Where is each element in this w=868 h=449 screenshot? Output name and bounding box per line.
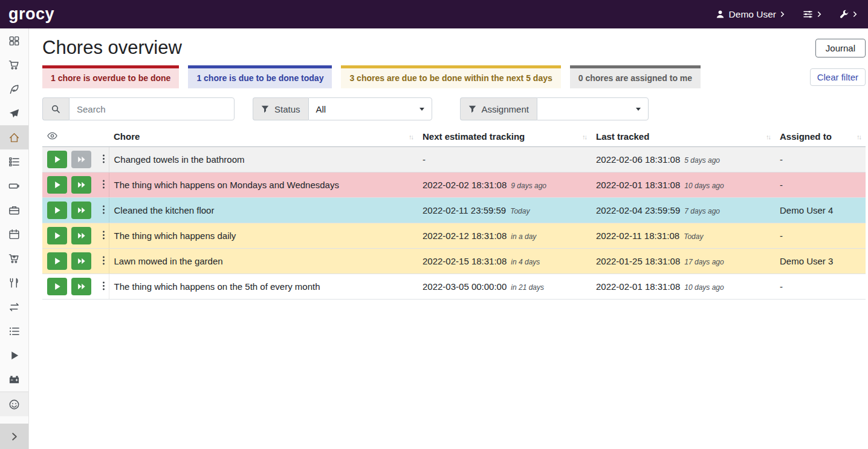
search-input[interactable]	[69, 97, 235, 120]
status-card-due-today[interactable]: 1 chore is due to be done today	[188, 65, 332, 88]
sidebar-item-transfer[interactable]	[0, 295, 28, 319]
sidebar-expand-toggle[interactable]	[0, 424, 28, 449]
assigned-user: Demo User 3	[780, 256, 833, 266]
skip-chore-button[interactable]	[71, 278, 91, 295]
admin-menu[interactable]	[840, 10, 857, 19]
sidebar-item-calendar[interactable]	[0, 222, 28, 246]
assigned-to-cell: Demo User 3	[775, 249, 866, 274]
chore-name-link[interactable]: Cleaned the kitchen floor	[114, 205, 215, 215]
briefcase-icon	[8, 205, 20, 216]
journal-button[interactable]: Journal	[815, 39, 866, 57]
chevron-right-icon	[853, 11, 857, 18]
sidebar-item-battery-tracking[interactable]	[0, 367, 28, 392]
status-card-overdue[interactable]: 1 chore is overdue to be done	[42, 65, 179, 88]
sidebar-item-equipment[interactable]	[0, 198, 28, 222]
sidebar-item-inventory[interactable]	[0, 319, 28, 343]
feather-icon	[8, 84, 20, 95]
chores-table-body: Changed towels in the bathroom - 2022-02…	[42, 147, 866, 300]
play-icon	[54, 257, 61, 265]
last-tracked-relative: 10 days ago	[684, 182, 724, 190]
track-chore-button[interactable]	[47, 176, 67, 194]
chevron-right-icon	[8, 431, 20, 442]
brand-logo[interactable]: grocy	[8, 6, 54, 22]
skip-chore-button[interactable]	[71, 227, 91, 244]
chore-name-link[interactable]: The thing which happens on Mondays and W…	[114, 180, 339, 190]
status-cards-row: 1 chore is overdue to be done 1 chore is…	[42, 65, 866, 88]
chore-name-link[interactable]: The thing which happens daily	[114, 231, 236, 241]
track-chore-button[interactable]	[47, 151, 67, 168]
sidebar-item-purchase[interactable]	[0, 246, 28, 270]
last-tracked-cell: 2022-02-01 18:31:0810 days ago	[591, 274, 775, 300]
fast-forward-icon	[77, 156, 86, 163]
sidebar-item-meal-plan[interactable]	[0, 101, 28, 125]
chevron-right-icon	[780, 11, 785, 18]
fast-forward-icon	[77, 283, 86, 290]
navbar-menu: Demo User	[716, 9, 857, 20]
track-chore-button[interactable]	[47, 227, 67, 244]
chore-name-link[interactable]: Lawn mowed in the garden	[114, 256, 223, 266]
column-header-next-tracking[interactable]: Next estimated tracking↑↓	[418, 126, 591, 147]
next-tracking-time: 2022-02-15 18:31:08	[423, 256, 507, 266]
row-menu-button[interactable]	[99, 254, 108, 269]
sidebar-item-recipes[interactable]	[0, 77, 28, 101]
next-tracking-relative: 9 days ago	[511, 182, 546, 190]
chore-name-link[interactable]: Changed towels in the bathroom	[114, 154, 245, 165]
filter-icon	[261, 105, 269, 113]
vertical-dots-icon	[102, 230, 105, 240]
assigned-user: Demo User 4	[780, 205, 833, 215]
column-header-assigned-to[interactable]: Assigned to↑↓	[775, 126, 866, 147]
status-select[interactable]: All	[308, 97, 432, 120]
skip-chore-button[interactable]	[71, 252, 91, 270]
skip-chore-button[interactable]	[71, 151, 91, 168]
next-tracking-cell: 2022-03-05 00:00:00in 21 days	[418, 274, 591, 300]
row-controls-cell	[42, 223, 109, 249]
sidebar-item-shopping-list[interactable]	[0, 53, 28, 77]
sidebar-item-smiley[interactable]	[0, 392, 28, 416]
sidebar-item-stock-overview[interactable]	[0, 28, 28, 53]
row-controls-cell	[42, 147, 109, 172]
status-card-assigned-to-me[interactable]: 0 chores are assigned to me	[570, 65, 701, 88]
sidebar-item-chore-tracking[interactable]	[0, 343, 28, 367]
sidebar-item-batteries[interactable]	[0, 174, 28, 198]
clear-filter-button[interactable]: Clear filter	[810, 68, 866, 86]
chore-name-cell: Lawn mowed in the garden	[109, 249, 418, 274]
status-filter-label: Status	[253, 97, 308, 120]
sidebar-item-chores[interactable]	[0, 125, 28, 149]
track-chore-button[interactable]	[47, 278, 67, 295]
row-menu-button[interactable]	[99, 203, 108, 218]
row-menu-button[interactable]	[99, 229, 108, 243]
column-header-chore[interactable]: Chore↑↓	[109, 126, 418, 147]
user-menu[interactable]: Demo User	[716, 9, 785, 20]
page-title: Chores overview	[42, 37, 182, 59]
settings-menu[interactable]	[803, 10, 821, 19]
row-menu-button[interactable]	[99, 152, 108, 167]
next-tracking-relative: in 4 days	[511, 258, 540, 266]
row-menu-button[interactable]	[99, 178, 108, 192]
next-tracking-time: 2022-03-05 00:00:00	[423, 281, 507, 292]
skip-chore-button[interactable]	[71, 176, 91, 194]
cart-plus-icon	[8, 253, 20, 264]
search-button[interactable]	[42, 97, 69, 120]
table-header-row: Chore↑↓ Next estimated tracking↑↓ Last t…	[42, 126, 866, 147]
skip-chore-button[interactable]	[71, 202, 91, 219]
sidebar-item-consume[interactable]	[0, 270, 28, 295]
search-icon	[51, 105, 60, 114]
assignment-select[interactable]	[537, 97, 649, 120]
visibility-column-header[interactable]	[42, 126, 109, 147]
tasks-icon	[8, 156, 20, 168]
sort-icon: ↑↓	[582, 133, 586, 140]
vertical-dots-icon	[102, 179, 105, 189]
assigned-to-cell: -	[775, 147, 866, 172]
track-chore-button[interactable]	[47, 202, 67, 219]
play-icon	[54, 181, 61, 189]
status-card-due-soon[interactable]: 3 chores are due to be done within the n…	[341, 65, 560, 88]
sidebar-item-tasks[interactable]	[0, 149, 28, 174]
row-menu-button[interactable]	[99, 280, 108, 294]
next-tracking-time: 2022-02-11 23:59:59	[423, 205, 506, 215]
column-header-last-tracked[interactable]: Last tracked↑↓	[591, 126, 775, 147]
play-icon	[8, 350, 20, 361]
chore-name-link[interactable]: The thing which happens on the 5th of ev…	[114, 281, 320, 292]
eye-icon	[47, 132, 57, 140]
track-chore-button[interactable]	[47, 252, 67, 270]
battery-icon	[8, 180, 20, 192]
